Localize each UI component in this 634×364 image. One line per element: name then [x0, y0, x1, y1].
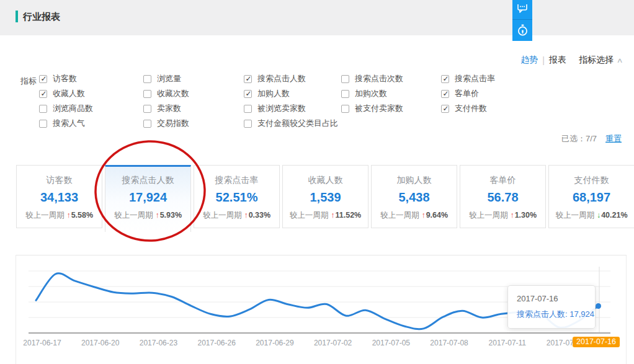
card-title: 收藏人数: [283, 175, 368, 186]
metric-checkbox-label: 搜索点击人数: [257, 73, 306, 84]
feedback-button[interactable]: [512, 0, 532, 20]
metric-checkbox-label: 访客数: [53, 73, 77, 84]
x-axis-tick-label: 2017-06-20: [81, 339, 119, 347]
metric-column: 搜索点击次数加购次数被支付卖家数: [341, 71, 403, 116]
metric-checkbox-label: 搜索点击率: [455, 73, 495, 84]
metric-checkbox-item[interactable]: 收藏人数: [39, 86, 93, 101]
change-percent: 5.58%: [71, 211, 93, 220]
reset-link[interactable]: 重置: [605, 133, 622, 144]
metric-card[interactable]: 加购人数5,438较上一周期↑9.64%: [371, 165, 457, 228]
metric-checkbox-label: 搜索人气: [53, 118, 85, 129]
metric-card[interactable]: 访客数34,133较上一周期↑5.58%: [16, 165, 102, 228]
metric-checkbox-label: 客单价: [455, 88, 479, 99]
down-arrow-icon: ↓: [597, 211, 601, 220]
chart-tooltip: 2017-07-16 搜索点击人数: 17,924: [507, 285, 596, 329]
metrics-filter-panel: 指标 访客数收藏人数浏览商品数搜索人气浏览量收藏次数卖家数交易指数搜索点击人数加…: [20, 71, 616, 133]
x-axis-tick-label: 2017-06-26: [197, 339, 235, 347]
checkbox-icon[interactable]: [441, 90, 449, 98]
checkbox-icon[interactable]: [39, 105, 47, 113]
card-title: 客单价: [460, 175, 545, 186]
checkbox-icon[interactable]: [441, 105, 449, 113]
metric-cards-row: 访客数34,133较上一周期↑5.58%搜索点击人数17,924较上一周期↑5.…: [16, 165, 634, 232]
metric-card-selected[interactable]: 搜索点击人数17,924较上一周期↑5.93%: [105, 165, 191, 232]
metric-card[interactable]: 搜索点击率52.51%较上一周期↑0.33%: [194, 165, 280, 228]
card-title: 搜索点击人数: [105, 175, 190, 186]
page-title: 行业报表: [23, 11, 60, 23]
metric-checkbox-item[interactable]: 交易指数: [143, 116, 189, 131]
checkbox-icon[interactable]: [244, 105, 252, 113]
change-percent: 9.64%: [426, 211, 448, 220]
checkbox-icon[interactable]: [441, 75, 449, 83]
card-title: 搜索点击率: [194, 175, 279, 186]
tooltip-value: 搜索点击人数: 17,924: [517, 309, 586, 320]
checkbox-icon[interactable]: [341, 105, 349, 113]
checkbox-icon[interactable]: [244, 120, 252, 128]
metric-checkbox-label: 搜索点击次数: [355, 73, 403, 84]
metric-card[interactable]: 收藏人数1,539较上一周期↑11.52%: [282, 165, 368, 228]
metrics-label: 指标: [20, 76, 37, 87]
metric-checkbox-item[interactable]: 访客数: [39, 71, 93, 86]
card-change: 较上一周期↑11.52%: [283, 210, 368, 221]
metric-select-label: 指标选择: [579, 55, 614, 66]
metric-checkbox-item[interactable]: 卖家数: [143, 101, 189, 116]
card-change: 较上一周期↑5.93%: [105, 210, 190, 221]
metric-card[interactable]: 客单价56.78较上一周期↑1.30%: [460, 165, 546, 228]
metric-checkbox-item[interactable]: 支付金额较父类目占比: [244, 116, 338, 131]
metric-checkbox-item[interactable]: 浏览商品数: [39, 101, 93, 116]
metric-checkbox-label: 被支付卖家数: [355, 103, 403, 114]
metric-checkbox-item[interactable]: 客单价: [441, 86, 495, 101]
x-axis-tick-label: 2017-07-02: [314, 339, 352, 347]
x-axis-tick-label: 2017-07-11: [489, 339, 527, 347]
metric-checkbox-item[interactable]: 支付件数: [441, 101, 495, 116]
checkbox-icon[interactable]: [244, 90, 252, 98]
metric-checkbox-item[interactable]: 加购人数: [244, 86, 338, 101]
metric-checkbox-label: 浏览商品数: [53, 103, 93, 114]
card-change: 较上一周期↑0.33%: [194, 210, 279, 221]
metric-checkbox-label: 收藏次数: [157, 88, 189, 99]
checkbox-icon[interactable]: [143, 75, 151, 83]
metric-checkbox-item[interactable]: 搜索点击人数: [244, 71, 338, 86]
card-title: 支付件数: [549, 175, 634, 186]
metric-checkbox-label: 被浏览卖家数: [257, 103, 306, 114]
compare-label: 较上一周期: [555, 211, 594, 220]
checkbox-icon[interactable]: [39, 75, 47, 83]
metric-checkbox-item[interactable]: 收藏次数: [143, 86, 189, 101]
metric-card[interactable]: 支付件数68,197较上一周期↓40.21%: [548, 165, 634, 228]
metric-checkbox-item[interactable]: 搜索点击率: [441, 71, 495, 86]
checkbox-icon[interactable]: [39, 120, 47, 128]
metric-checkbox-item[interactable]: 搜索人气: [39, 116, 93, 131]
checkbox-icon[interactable]: [244, 75, 252, 83]
checkbox-icon[interactable]: [341, 75, 349, 83]
card-value: 1,539: [283, 190, 368, 205]
timer-button[interactable]: [512, 20, 532, 41]
checkbox-icon[interactable]: [143, 90, 151, 98]
metric-checkbox-item[interactable]: 浏览量: [143, 71, 189, 86]
checkbox-icon[interactable]: [39, 90, 47, 98]
checkbox-icon[interactable]: [143, 120, 151, 128]
metric-select-toggle[interactable]: 指标选择 ∧: [579, 55, 622, 66]
metric-column: 浏览量收藏次数卖家数交易指数: [143, 71, 189, 131]
compare-label: 较上一周期: [290, 211, 329, 220]
metric-checkbox-item[interactable]: 加购次数: [341, 86, 403, 101]
metric-checkbox-label: 支付件数: [455, 103, 487, 114]
checkbox-icon[interactable]: [143, 105, 151, 113]
metric-checkbox-item[interactable]: 被支付卖家数: [341, 101, 403, 116]
data-point-marker: [596, 303, 601, 309]
up-arrow-icon: ↑: [331, 211, 334, 220]
tooltip-date: 2017-07-16: [517, 294, 586, 303]
report-link[interactable]: 报表: [549, 55, 566, 66]
stopwatch-icon: [517, 24, 529, 37]
x-axis-tick-label: 2017-07-05: [372, 339, 410, 347]
x-axis-tick-label: 2017-06-29: [256, 339, 293, 347]
metric-checkbox-item[interactable]: 被浏览卖家数: [244, 101, 338, 116]
industry-report-page: 行业报表 趋势 | 报表: [0, 0, 634, 364]
checkbox-icon[interactable]: [341, 90, 349, 98]
metric-checkbox-label: 浏览量: [157, 73, 181, 84]
change-percent: 40.21%: [601, 211, 627, 220]
metric-checkbox-item[interactable]: 搜索点击次数: [341, 71, 403, 86]
title-accent-bar: [16, 11, 18, 22]
metric-checkbox-label: 交易指数: [157, 118, 189, 129]
metric-checkbox-label: 加购次数: [355, 88, 387, 99]
trend-link[interactable]: 趋势: [520, 55, 538, 66]
up-arrow-icon: ↑: [510, 211, 514, 220]
